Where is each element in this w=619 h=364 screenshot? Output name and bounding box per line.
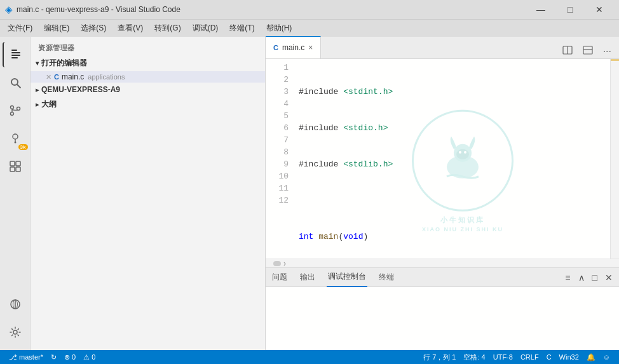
activity-extensions[interactable]	[3, 154, 28, 179]
svg-rect-15	[10, 167, 15, 172]
panel-maximize-button[interactable]: □	[591, 271, 599, 284]
activity-settings[interactable]	[3, 320, 28, 345]
svg-rect-16	[16, 167, 20, 172]
main-layout: 3k 资源管理器 ▾ 打开的编辑器 ✕ C main.c application…	[0, 37, 619, 350]
c-file-icon: C	[54, 73, 59, 81]
layout-button[interactable]	[580, 44, 595, 58]
panel-tab-terminal[interactable]: 终端	[378, 268, 395, 287]
tab-file-icon: C	[273, 44, 278, 51]
menu-item-e[interactable]: 编辑(E)	[39, 22, 74, 35]
panel-collapse-button[interactable]: ∧	[577, 271, 586, 284]
code-line-5: int main(void)	[294, 231, 610, 243]
menu-item-h[interactable]: 帮助(H)	[261, 22, 297, 35]
menu-item-v[interactable]: 查看(V)	[112, 22, 148, 35]
chevron-down-icon: ▾	[36, 60, 39, 67]
file-name: main.c	[62, 72, 84, 81]
code-line-1: #include <stdint.h>	[294, 86, 610, 98]
menu-item-s[interactable]: 选择(S)	[76, 22, 111, 35]
tab-bar: C main.c × ···	[266, 37, 619, 59]
sidebar-section-outline[interactable]: ▸ 大纲	[31, 97, 265, 112]
svg-point-20	[13, 330, 17, 334]
close-button[interactable]: ✕	[585, 0, 614, 19]
panel: 问题 输出 调试控制台 终端 ≡ ∧ □ ✕	[266, 267, 619, 350]
activity-bottom	[3, 292, 28, 345]
tab-actions: ···	[560, 44, 619, 58]
tab-main-c[interactable]: C main.c ×	[266, 36, 321, 58]
titlebar-left: ◈ main.c - qemu-vexpress-a9 - Visual Stu…	[5, 4, 180, 15]
close-icon[interactable]: ✕	[46, 73, 51, 81]
sidebar-header: 资源管理器	[31, 37, 265, 55]
svg-line-5	[17, 84, 20, 88]
status-spaces[interactable]: 空格: 4	[459, 350, 489, 364]
code-editor: 1234 5678 9101112 #include <stdint.h> #i…	[266, 59, 619, 259]
app-icon: ◈	[5, 4, 13, 15]
status-platform[interactable]: Win32	[555, 350, 583, 364]
status-lang[interactable]: C	[543, 350, 555, 364]
status-sync[interactable]: ↻	[47, 350, 60, 364]
panel-tab-output[interactable]: 输出	[299, 268, 316, 287]
panel-content	[266, 287, 619, 350]
svg-point-8	[17, 107, 20, 111]
panel-close-button[interactable]: ✕	[604, 271, 614, 284]
editor-area: C main.c × ··· 1234 5678 9101112	[266, 37, 619, 350]
svg-rect-2	[11, 55, 20, 56]
status-encoding[interactable]: UTF-8	[489, 350, 517, 364]
menu-item-g[interactable]: 转到(G)	[149, 22, 186, 35]
horizontal-scrollbar[interactable]: ›	[266, 259, 619, 267]
panel-tab-problems[interactable]: 问题	[271, 268, 289, 287]
titlebar-title: main.c - qemu-vexpress-a9 - Visual Studi…	[17, 5, 180, 14]
svg-rect-14	[16, 161, 20, 166]
status-warnings[interactable]: ⚠ 0	[79, 350, 99, 364]
scrollbar-thumb	[273, 261, 281, 266]
activity-search[interactable]	[3, 70, 28, 95]
status-branch[interactable]: ⎇ master*	[5, 350, 47, 364]
panel-filter-button[interactable]: ≡	[564, 271, 571, 284]
sidebar: 资源管理器 ▾ 打开的编辑器 ✕ C main.c applications ▸…	[31, 37, 266, 350]
svg-point-10	[13, 134, 18, 139]
svg-point-6	[10, 106, 13, 109]
statusbar: ⎇ master* ↻ ⊗ 0 ⚠ 0 行 7，列 1 空格: 4 UTF-8 …	[0, 350, 619, 364]
activity-debug[interactable]: 3k	[3, 126, 28, 151]
scroll-right-arrow[interactable]: ›	[283, 259, 286, 268]
status-bell[interactable]: 🔔	[583, 350, 599, 364]
chevron-right-icon: ▸	[36, 86, 39, 93]
menubar: 文件(F)编辑(E)选择(S)查看(V)转到(G)调试(D)终端(T)帮助(H)	[0, 19, 619, 37]
maximize-button[interactable]: □	[555, 0, 585, 19]
code-line-3: #include <stdlib.h>	[294, 158, 610, 170]
menu-item-d[interactable]: 调试(D)	[187, 22, 224, 35]
scrollbar-mini	[611, 59, 619, 97]
chevron-right-icon-2: ▸	[36, 101, 39, 108]
sidebar-section-qemu[interactable]: ▸ QEMU-VEXPRESS-A9	[31, 83, 265, 97]
svg-point-12	[14, 142, 16, 144]
code-line-4	[294, 194, 610, 206]
svg-point-7	[10, 112, 13, 116]
svg-rect-23	[583, 46, 592, 54]
menu-item-f[interactable]: 文件(F)	[3, 22, 37, 35]
activity-bar: 3k	[0, 37, 31, 350]
titlebar-controls: — □ ✕	[526, 0, 614, 19]
svg-rect-0	[11, 50, 17, 51]
svg-rect-13	[10, 161, 15, 166]
status-line-col[interactable]: 行 7，列 1	[419, 350, 459, 364]
tab-close-button[interactable]: ×	[308, 43, 313, 52]
split-editor-button[interactable]	[560, 44, 575, 58]
file-path: applications	[88, 73, 125, 81]
activity-git[interactable]	[3, 98, 28, 123]
status-smiley[interactable]: ☺	[599, 350, 614, 364]
sidebar-section-open-editors[interactable]: ▾ 打开的编辑器	[31, 55, 265, 71]
status-eol[interactable]: CRLF	[517, 350, 543, 364]
menu-item-t[interactable]: 终端(T)	[224, 22, 259, 35]
sidebar-file-main-c[interactable]: ✕ C main.c applications	[31, 71, 265, 83]
status-errors[interactable]: ⊗ 0	[60, 350, 79, 364]
more-actions-button[interactable]: ···	[601, 44, 614, 58]
minimize-button[interactable]: —	[526, 0, 555, 19]
activity-remote[interactable]	[3, 292, 28, 317]
panel-tab-debug-console[interactable]: 调试控制台	[327, 268, 367, 287]
code-content[interactable]: #include <stdint.h> #include <stdio.h> #…	[294, 59, 610, 259]
scrollbar-right[interactable]	[610, 59, 619, 259]
activity-explorer[interactable]	[3, 42, 28, 67]
line-numbers: 1234 5678 9101112	[266, 59, 294, 259]
code-line-2: #include <stdio.h>	[294, 122, 610, 134]
panel-tabs: 问题 输出 调试控制台 终端 ≡ ∧ □ ✕	[266, 268, 619, 287]
panel-tab-actions: ≡ ∧ □ ✕	[564, 271, 614, 284]
